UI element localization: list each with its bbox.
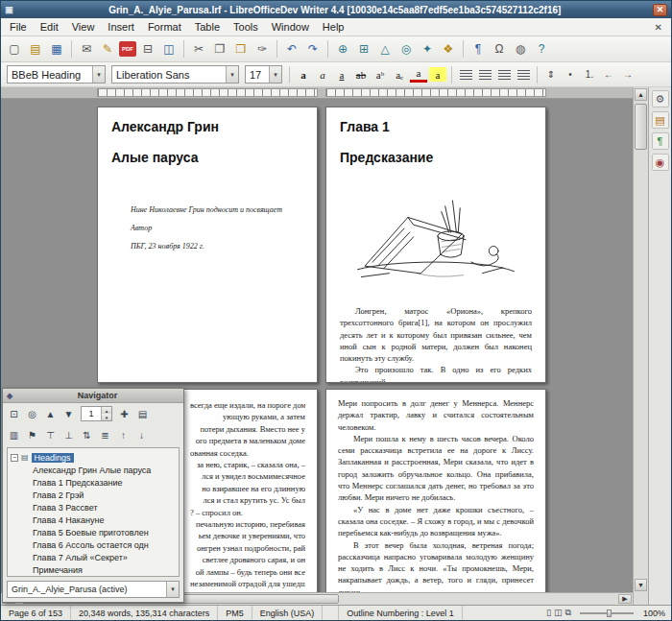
scroll-down-icon[interactable]: ▼ xyxy=(635,579,647,591)
text-fragment[interactable]: ованная соседка. xyxy=(190,447,305,459)
font-color-button[interactable]: a xyxy=(410,67,427,83)
formatting-marks-button[interactable]: ¶ xyxy=(468,39,488,59)
scroll-right-icon[interactable]: ▶ xyxy=(618,594,632,604)
set-reminder-icon[interactable]: ⚑ xyxy=(24,427,40,443)
view-single-page-icon[interactable]: ▯ xyxy=(546,608,551,618)
menu-window[interactable]: Window xyxy=(265,19,316,35)
font-size-select[interactable]: 17 ▾ xyxy=(245,65,282,84)
menu-tools[interactable]: Tools xyxy=(227,19,265,35)
line-spacing-button[interactable]: ⇕ xyxy=(542,66,560,84)
copy-button[interactable]: ❐ xyxy=(210,39,229,59)
sidebar-styles-icon[interactable]: ¶ xyxy=(652,132,669,150)
move-chapter-up-icon[interactable]: ↑ xyxy=(115,427,132,443)
tree-item-label[interactable]: Александр Грин Алые паруса xyxy=(33,466,151,475)
navigator-document-select[interactable]: Grin_A._Alyie_Parusa (active) ▾ xyxy=(7,581,180,598)
insert-table-button[interactable]: ⊞ xyxy=(354,39,373,59)
menu-insert[interactable]: Insert xyxy=(101,19,141,35)
dedication-block[interactable]: Нине Николаевне Грин подносит и посвящае… xyxy=(131,205,303,251)
ruler-segment-right[interactable] xyxy=(325,88,546,97)
paragraph[interactable]: Мери попросить в долг денег у Меннерса. … xyxy=(338,397,534,433)
drag-mode-icon[interactable]: ✚ xyxy=(116,406,132,422)
help-button[interactable]: ? xyxy=(532,39,551,59)
align-left-button[interactable] xyxy=(457,66,474,84)
tree-item-label[interactable]: Глава 7 Алый «Секрет» xyxy=(33,553,128,562)
toggle-master-view-icon[interactable]: ⊡ xyxy=(6,406,22,422)
status-zoom-level[interactable]: 100% xyxy=(637,606,671,620)
tree-item-label[interactable]: Глава 6 Ассоль остается одн xyxy=(33,540,149,550)
tree-item-label[interactable]: Глава 2 Грэй xyxy=(33,490,84,500)
tree-item-label[interactable]: Примечания xyxy=(33,565,83,575)
status-page-count[interactable]: Page 6 of 153 xyxy=(1,606,71,620)
email-button[interactable]: ✉ xyxy=(77,39,96,59)
bold-button[interactable]: a xyxy=(295,66,312,84)
text-fragment[interactable]: за нею, старик, – сказала она, – xyxy=(190,459,305,470)
tree-item-label[interactable]: Глава 1 Предсказание xyxy=(33,478,123,488)
new-document-button[interactable]: ▢ xyxy=(5,39,24,59)
book-title-heading[interactable]: Алые паруса xyxy=(111,150,303,165)
decrease-indent-button[interactable]: ← xyxy=(600,66,617,84)
status-page-style[interactable]: PM5 xyxy=(218,606,252,620)
italic-button[interactable]: a xyxy=(314,66,331,84)
save-button[interactable]: ▦ xyxy=(47,39,66,59)
titlebar[interactable]: ▣ Grin_A._Alyie_Parusa.lrf - LibreOffice… xyxy=(1,1,671,18)
page-number-value[interactable]: 1 xyxy=(82,407,101,420)
navigator-tree[interactable]: − ▤ Headings Александр Грин Алые паруса … xyxy=(7,447,180,577)
paragraph[interactable]: В этот вечер была холодная, ветреная пог… xyxy=(338,539,534,592)
text-fragment[interactable]: потери дыхания. Вместо нее у xyxy=(190,423,305,435)
paragraph[interactable]: Это произошло так. В одно из его редких … xyxy=(340,364,532,383)
text-fragment[interactable]: ьем девочке и уверениями, что xyxy=(190,530,305,541)
print-preview-button[interactable]: ◫ xyxy=(159,39,179,59)
collapse-icon[interactable]: − xyxy=(11,454,18,462)
close-document-icon[interactable]: ✕ xyxy=(648,22,669,33)
navigation-icon[interactable]: ◎ xyxy=(24,406,40,422)
outline-levels-icon[interactable]: ≣ xyxy=(97,427,113,443)
menu-help[interactable]: Help xyxy=(316,19,351,35)
navigator-button[interactable]: ✦ xyxy=(418,39,437,59)
hyperlink-button[interactable]: ⊕ xyxy=(333,39,352,59)
cut-button[interactable]: ✂ xyxy=(189,39,208,59)
open-button[interactable]: ▤ xyxy=(26,39,45,59)
zoom-slider[interactable] xyxy=(576,606,637,620)
previous-page-icon[interactable]: ▲ xyxy=(42,406,59,422)
zoom-slider-thumb[interactable] xyxy=(607,609,612,617)
page-bottom-right[interactable]: Мери попросить в долг денег у Меннерса. … xyxy=(325,389,546,592)
dedication-line[interactable]: Нине Николаевне Грин подносит и посвящае… xyxy=(131,205,303,214)
numbered-list-button[interactable]: 1. xyxy=(581,66,598,84)
tree-item-label[interactable]: Глава 3 Рассвет xyxy=(33,503,98,513)
content-view-icon[interactable]: ▥ xyxy=(6,427,22,443)
highlight-color-button[interactable]: a xyxy=(429,67,446,82)
chevron-down-icon[interactable]: ▾ xyxy=(226,66,238,83)
sidebar-page-icon[interactable]: ▤ xyxy=(652,111,669,129)
status-insert-mode[interactable] xyxy=(323,606,339,620)
text-fragment[interactable]: лся и увидел восьмимесячное xyxy=(190,470,305,482)
text-fragment[interactable]: ой лампы – будь теперь они все xyxy=(190,566,305,578)
special-character-button[interactable]: Ω xyxy=(490,39,509,59)
list-box-toggle-icon[interactable]: ▤ xyxy=(134,406,151,422)
footer-icon[interactable]: ⊥ xyxy=(60,427,77,443)
header-icon[interactable]: ⊤ xyxy=(42,427,59,443)
print-button[interactable]: ⊟ xyxy=(138,39,157,59)
text-fragment[interactable]: но взиравшее на его длинную xyxy=(190,483,305,494)
sidebar-properties-icon[interactable]: ⚙ xyxy=(652,90,669,107)
edit-mode-button[interactable]: ✎ xyxy=(98,39,117,59)
window-close-button[interactable]: ✕ xyxy=(653,4,667,16)
page-top-left[interactable]: Александр Грин Алые паруса Нине Николаев… xyxy=(97,107,318,383)
superscript-button[interactable]: aᵇ xyxy=(372,66,389,84)
menu-file[interactable]: File xyxy=(3,19,34,35)
menu-table[interactable]: Table xyxy=(188,19,227,35)
scroll-up-icon[interactable]: ▲ xyxy=(635,88,647,101)
paste-button[interactable]: ❒ xyxy=(231,39,251,59)
navigator-window[interactable]: ◆ Navigator ⊡ ◎ ▲ ▼ 1 ▴ ▾ ✚ ▤ ▥ ⚑ ⊤ ⊥ ⇅ … xyxy=(2,388,184,603)
undo-button[interactable]: ↶ xyxy=(282,39,301,59)
subscript-button[interactable]: aₑ xyxy=(391,66,408,84)
export-pdf-button[interactable]: PDF xyxy=(119,41,136,57)
increase-indent-button[interactable]: → xyxy=(619,66,636,84)
anchor-text-icon[interactable]: ⇅ xyxy=(79,427,95,443)
chevron-down-icon[interactable]: ▾ xyxy=(269,66,281,83)
text-fragment[interactable]: онгрен узнал подробности, рай xyxy=(190,542,305,554)
strikethrough-button[interactable]: ab xyxy=(352,66,370,84)
move-chapter-down-icon[interactable]: ↓ xyxy=(133,427,150,443)
text-fragment[interactable]: ? – спросил он. xyxy=(190,507,305,518)
tree-row-headings[interactable]: − ▤ Headings xyxy=(10,451,177,464)
paragraph[interactable]: Мери пошла к нему в шесть часов вечера. … xyxy=(338,433,534,504)
